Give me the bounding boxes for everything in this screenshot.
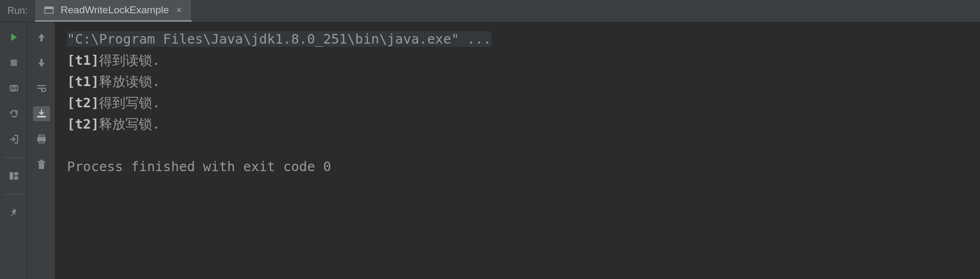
exit-button[interactable] [5, 132, 22, 147]
clear-button[interactable] [33, 157, 50, 172]
toolbar-console [28, 22, 55, 279]
pin-button[interactable] [5, 205, 22, 220]
svg-rect-1 [45, 7, 53, 9]
soft-wrap-button[interactable] [33, 81, 50, 96]
output-line: [t2]释放写锁. [67, 114, 968, 135]
rerun-button[interactable] [5, 30, 22, 45]
svg-rect-6 [14, 172, 18, 175]
dump-threads-button[interactable] [5, 81, 22, 96]
svg-rect-7 [14, 176, 18, 180]
svg-rect-8 [37, 116, 46, 117]
run-header: Run: ReadWriteLockExample × [0, 0, 980, 22]
run-body: "C:\Program Files\Java\jdk1.8.0_251\bin\… [0, 22, 980, 279]
blank-line [67, 135, 968, 156]
toolbar-left [0, 22, 28, 279]
print-button[interactable] [33, 132, 50, 147]
run-label: Run: [0, 0, 35, 22]
svg-rect-11 [39, 140, 44, 143]
tab-title: ReadWriteLockExample [61, 4, 169, 16]
scroll-up-button[interactable] [33, 30, 50, 45]
svg-rect-9 [39, 135, 44, 137]
svg-rect-13 [38, 161, 45, 163]
stop-button[interactable] [5, 55, 22, 70]
output-line: [t1]得到读锁. [67, 50, 968, 71]
scroll-down-button[interactable] [33, 55, 50, 70]
svg-point-4 [12, 87, 15, 90]
exit-message: Process finished with exit code 0 [67, 156, 968, 177]
svg-rect-5 [10, 172, 13, 180]
output-line: [t1]释放读锁. [67, 71, 968, 92]
svg-rect-14 [40, 160, 43, 162]
scroll-to-end-button[interactable] [33, 106, 50, 121]
layout-button[interactable] [5, 168, 22, 183]
separator [4, 157, 23, 158]
console-output[interactable]: "C:\Program Files\Java\jdk1.8.0_251\bin\… [55, 22, 980, 279]
separator [4, 194, 23, 195]
output-line: [t2]得到写锁. [67, 92, 968, 114]
application-icon [44, 5, 54, 15]
run-tab[interactable]: ReadWriteLockExample × [35, 0, 192, 22]
restart-button[interactable] [5, 106, 22, 121]
command-line: "C:\Program Files\Java\jdk1.8.0_251\bin\… [67, 31, 491, 47]
svg-rect-2 [11, 60, 17, 66]
close-icon[interactable]: × [175, 4, 183, 17]
svg-rect-12 [39, 163, 44, 169]
